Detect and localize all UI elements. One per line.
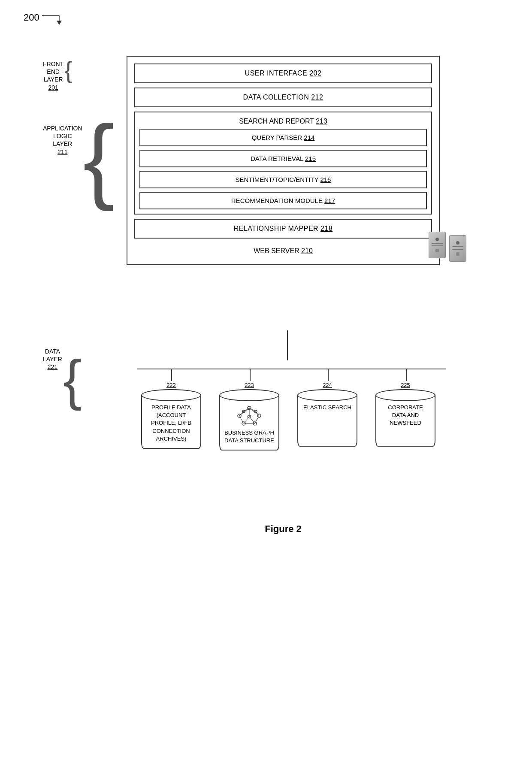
cylinder-225-top [375, 389, 435, 401]
cylinder-223-top [219, 389, 279, 401]
svg-line-21 [255, 416, 259, 423]
cylinder-224-ref: 224 [323, 382, 332, 388]
cylinder-225: 225 CORPORATE DATA AND NEWSFEED [369, 382, 441, 450]
server-line-4 [452, 249, 463, 250]
main-box: USER INTERFACE 202 DATA COLLECTION 212 S… [127, 56, 440, 265]
app-logic-brace: { [83, 112, 115, 206]
app-logic-label: APPLICATION LOGIC LAYER 211 [43, 124, 82, 156]
sentiment-topic-entity-box: SENTIMENT/TOPIC/ENTITY 216 [139, 171, 427, 188]
data-collection-box: DATA COLLECTION 212 [134, 88, 432, 107]
server-icons [429, 232, 466, 262]
search-report-outer-box: SEARCH AND REPORT 213 QUERY PARSER 214 D… [134, 112, 432, 215]
svg-line-20 [239, 416, 244, 423]
server-line-2 [432, 245, 443, 246]
horizontal-connector-svg [135, 360, 448, 382]
data-layer-brace: { [63, 352, 82, 408]
server-dot-1 [435, 238, 439, 241]
network-graph-icon [234, 404, 264, 427]
page-container: 200 FRONT END LAYER 201 { APPLICATION LO… [0, 0, 532, 783]
cylinder-225-ref: 225 [401, 382, 410, 388]
front-end-layer-group: FRONT END LAYER 201 { [43, 60, 73, 91]
figure-label: Figure 2 [127, 523, 440, 535]
data-layer-cylinders: 222 PROFILE DATA (ACCOUNT PROFILE, LI/FB… [135, 382, 441, 450]
cylinder-225-body: CORPORATE DATA AND NEWSFEED [375, 395, 435, 447]
search-report-title: SEARCH AND REPORT 213 [139, 118, 427, 125]
server-disk-2 [456, 252, 459, 256]
vertical-connector-svg [281, 330, 294, 365]
server-line-1 [432, 243, 443, 244]
data-layer-label: DATA LAYER 221 [43, 348, 62, 371]
data-retrieval-box: DATA RETRIEVAL 215 [139, 150, 427, 167]
recommendation-module-box: RECOMMENDATION MODULE 217 [139, 192, 427, 209]
server-unit-2 [449, 235, 466, 262]
cylinder-222-body: PROFILE DATA (ACCOUNT PROFILE, LI/FB CON… [141, 395, 201, 449]
svg-line-23 [244, 417, 249, 423]
svg-line-18 [249, 408, 259, 416]
front-end-brace: { [64, 58, 72, 82]
relationship-mapper-box: RELATIONSHIP MAPPER 218 [134, 219, 432, 239]
figure-label-wrapper: Figure 2 [127, 511, 440, 535]
user-interface-box: USER INTERFACE 202 [134, 63, 432, 83]
web-server-text: WEB SERVER 210 [134, 243, 432, 257]
server-line-3 [452, 246, 463, 247]
cylinder-224: 224 ELASTIC SEARCH [291, 382, 363, 450]
cylinder-222: 222 PROFILE DATA (ACCOUNT PROFILE, LI/FB… [135, 382, 207, 450]
diagram-number-arrow [42, 12, 63, 25]
front-end-label: FRONT END LAYER 201 [43, 60, 63, 91]
server-dot-2 [456, 241, 459, 245]
data-layer-group: DATA LAYER 221 { [43, 348, 82, 408]
svg-line-25 [239, 411, 244, 416]
diagram-number: 200 [24, 12, 39, 23]
cylinder-224-top [297, 389, 357, 401]
cylinder-222-top [141, 389, 201, 401]
cylinder-223-ref: 223 [245, 382, 254, 388]
cylinder-223: 223 [213, 382, 285, 450]
query-parser-box: QUERY PARSER 214 [139, 129, 427, 146]
cylinder-224-body: ELASTIC SEARCH [297, 395, 357, 447]
cylinder-222-ref: 222 [166, 382, 176, 388]
svg-marker-2 [57, 21, 62, 25]
server-disk-1 [435, 249, 439, 252]
cylinder-223-body: BUSINESS GRAPH DATA STRUCTURE [219, 395, 279, 450]
app-logic-layer-group: APPLICATION LOGIC LAYER 211 { [43, 124, 115, 206]
svg-line-24 [249, 417, 255, 423]
server-unit-1 [429, 232, 446, 258]
web-server-row: WEB SERVER 210 [134, 243, 432, 257]
